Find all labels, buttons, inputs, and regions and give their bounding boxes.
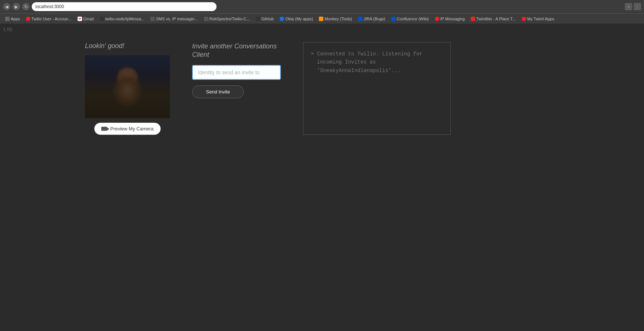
bookmark-twimlbin[interactable]: Twimlbin - A Place T... bbox=[468, 16, 518, 22]
bookmarks-bar: Apps Twilio User - Accoun... M Gmail twi… bbox=[0, 13, 644, 24]
bookmark-my-twiml[interactable]: My Twiml Apps bbox=[519, 16, 556, 22]
ip-messaging-icon bbox=[435, 17, 439, 21]
twimlbin-icon bbox=[471, 17, 475, 21]
star-button[interactable]: ☆ bbox=[625, 3, 632, 10]
identity-input[interactable] bbox=[192, 65, 281, 80]
browser-chrome: ◀ ▶ ↻ localhost:3000 ☆ ⋮ Apps Twilio Use… bbox=[0, 0, 644, 24]
bookmark-twilio-user[interactable]: Twilio User - Accoun... bbox=[24, 16, 74, 22]
preview-camera-button[interactable]: Preview My Camera bbox=[94, 123, 160, 135]
github-icon bbox=[256, 17, 260, 21]
bookmark-robspectre[interactable]: RobSpectre/Twilio-C... bbox=[202, 16, 252, 22]
invite-title: Invite another Conversations Client bbox=[192, 42, 281, 59]
apps-icon bbox=[5, 17, 10, 21]
video-preview bbox=[85, 55, 170, 118]
bookmark-sms-vs-ip[interactable]: SMS vs. IP messagin... bbox=[148, 16, 200, 22]
camera-section: Lookin' good! Preview My Camera bbox=[85, 42, 170, 135]
reload-button[interactable]: ↻ bbox=[22, 3, 30, 10]
bookmark-monkey-label: Monkey (Tools) bbox=[324, 17, 352, 21]
person-silhouette bbox=[85, 55, 170, 118]
bookmark-confluence-label: Confluence (Wiki) bbox=[397, 17, 429, 21]
twilio-user-icon bbox=[26, 17, 30, 21]
bookmark-github-label: GitHub bbox=[261, 17, 274, 21]
robspectre-icon bbox=[204, 17, 208, 21]
version-label: 1.00 bbox=[3, 27, 12, 32]
confluence-icon bbox=[391, 17, 396, 21]
okta-icon bbox=[280, 17, 284, 21]
invite-title-line1: Invite another Conversations bbox=[192, 42, 277, 50]
bookmark-monkey[interactable]: Monkey (Tools) bbox=[317, 16, 354, 22]
back-button[interactable]: ◀ bbox=[3, 3, 10, 10]
bookmark-twilio-user-label: Twilio User - Accoun... bbox=[31, 17, 72, 21]
jira-icon bbox=[358, 17, 362, 21]
my-twiml-icon bbox=[522, 17, 526, 21]
url-text: localhost:3000 bbox=[35, 4, 64, 9]
bookmark-okta[interactable]: Okta (My apps) bbox=[277, 16, 315, 22]
bookmark-confluence[interactable]: Confluence (Wiki) bbox=[389, 16, 431, 22]
preview-camera-button-label: Preview My Camera bbox=[110, 126, 153, 132]
bookmark-sms-vs-ip-label: SMS vs. IP messagin... bbox=[156, 17, 198, 21]
sms-icon bbox=[150, 17, 155, 21]
menu-button[interactable]: ⋮ bbox=[634, 3, 641, 10]
bookmark-jira[interactable]: JIRA (Bugs) bbox=[356, 16, 388, 22]
bookmark-apps-label: Apps bbox=[11, 17, 20, 21]
main-layout: Lookin' good! Preview My Camera Invite a… bbox=[11, 31, 633, 135]
github-octocat-icon bbox=[100, 17, 104, 21]
bookmark-github[interactable]: GitHub bbox=[253, 16, 276, 22]
bookmark-gmail[interactable]: M Gmail bbox=[75, 16, 96, 22]
browser-actions: ☆ ⋮ bbox=[625, 3, 641, 10]
bookmark-apps[interactable]: Apps bbox=[3, 16, 22, 22]
address-bar[interactable]: localhost:3000 bbox=[32, 2, 217, 11]
log-message: > Connected to Twilio. Listening for inc… bbox=[311, 50, 443, 75]
page-content: 1.00 Lookin' good! Preview My Camera Inv… bbox=[0, 24, 644, 327]
bookmark-ip-messaging[interactable]: IP Messaging bbox=[433, 16, 467, 22]
log-section: > Connected to Twilio. Listening for inc… bbox=[303, 42, 451, 135]
gmail-icon: M bbox=[78, 17, 82, 21]
lookin-good-heading: Lookin' good! bbox=[85, 42, 125, 50]
bookmark-gmail-label: Gmail bbox=[83, 17, 94, 21]
browser-toolbar: ◀ ▶ ↻ localhost:3000 ☆ ⋮ bbox=[0, 0, 644, 13]
bookmark-ip-messaging-label: IP Messaging bbox=[440, 17, 465, 21]
bookmark-robspectre-label: RobSpectre/Twilio-C... bbox=[209, 17, 250, 21]
bookmark-my-twiml-label: My Twiml Apps bbox=[527, 17, 554, 21]
bookmark-twilio-node-label: twilio-node/IpMessa... bbox=[105, 17, 144, 21]
monkey-icon bbox=[319, 17, 323, 21]
bookmark-twilio-node[interactable]: twilio-node/IpMessa... bbox=[98, 16, 147, 22]
invite-section: Invite another Conversations Client Send… bbox=[192, 42, 281, 135]
video-preview-inner bbox=[85, 55, 170, 118]
send-invite-button[interactable]: Send Invite bbox=[192, 85, 244, 98]
send-invite-button-label: Send Invite bbox=[206, 89, 230, 95]
invite-title-line2: Client bbox=[192, 51, 209, 58]
bookmark-jira-label: JIRA (Bugs) bbox=[364, 17, 385, 21]
bookmark-twimlbin-label: Twimlbin - A Place T... bbox=[476, 17, 516, 21]
camera-icon bbox=[101, 127, 107, 131]
forward-button[interactable]: ▶ bbox=[13, 3, 20, 10]
bookmark-okta-label: Okta (My apps) bbox=[285, 17, 313, 21]
